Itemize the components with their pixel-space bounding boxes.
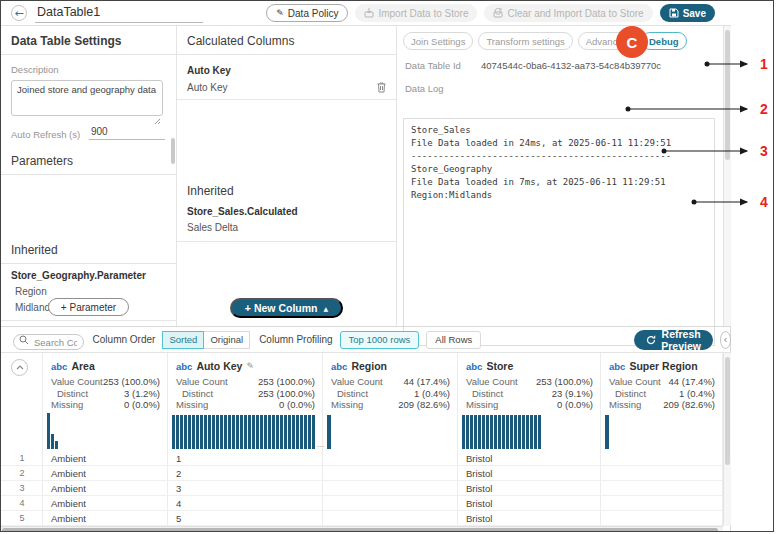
stat-row: Distinct23 (9.1%) [458,388,601,400]
column-type-label: abc [176,361,192,372]
back-button[interactable]: ← [11,5,27,21]
column-header-area[interactable]: abcAreaValue Count253 (100.0%)Distinct3 … [43,353,168,411]
description-label: Description [1,55,176,78]
collapse-stats-button[interactable] [11,359,28,376]
table-cell: 4 [168,498,323,509]
table-row[interactable]: 3Ambient3Bristol [1,481,723,496]
tab-transform-settings[interactable]: Transform settings [478,32,572,50]
preview-toolbar: Column Order Sorted Original Column Prof… [1,327,731,353]
refresh-icon [646,335,656,345]
all-rows-toggle[interactable]: All Rows [426,331,481,349]
column-header-super-region[interactable]: abcSuper RegionValue Count44 (17.4%)Dist… [601,353,723,411]
table-cell: 5 [168,513,323,524]
table-row[interactable]: 5Ambient5Bristol [1,511,723,526]
gutter-header [1,353,43,451]
table-cell: Bristol [458,453,601,464]
left-panel-scrollbar[interactable] [171,138,175,164]
data-log-label: Data Log [397,71,723,97]
data-policy-label: Data Policy [288,8,339,19]
stat-row: Value Count44 (17.4%) [323,376,458,388]
stat-row: Missing0 (0.0%) [43,399,168,411]
stat-row: Value Count253 (100.0%) [458,376,601,388]
table-cell: Bristol [458,468,601,479]
inherited-group-mid: Store_Sales.Calculated [177,204,396,219]
panels-scrollbar[interactable] [723,26,731,326]
pencil-icon: ✎ [276,8,284,18]
column-type-label: abc [331,361,347,372]
original-toggle[interactable]: Original [204,331,250,349]
save-button[interactable]: Save [660,4,715,22]
preview-grid: abcAreaValue Count253 (100.0%)Distinct3 … [1,353,723,526]
data-log-box[interactable]: Store_Sales File Data loaded in 24ms, at… [403,118,715,346]
table-cell: 2 [168,468,323,479]
chevron-up-icon: ▲ [324,305,329,312]
divider [177,241,396,242]
table-cell: Ambient [43,513,168,524]
auto-refresh-input[interactable] [89,126,165,140]
search-columns-wrap [13,332,84,348]
search-icon [19,335,29,345]
trash-icon[interactable] [377,82,386,93]
column-name: Region [351,360,387,372]
inherited-header-left: Inherited [1,237,176,264]
calc-group-label: Auto Key [177,55,396,78]
clear-import-icon [493,8,503,18]
calc-item-row[interactable]: Auto Key [177,78,396,99]
new-column-button[interactable]: + New Column ▲ [230,298,343,318]
inherited-group-left: Store_Geography.Parameter [1,264,176,283]
table-cell: Ambient [43,483,168,494]
data-table-settings-panel: Data Table Settings Description Joined s… [1,26,176,326]
column-name: Auto Key [196,360,242,372]
table-row[interactable]: 2Ambient2Bristol [1,466,723,481]
table-row[interactable]: 4Ambient4Bristol [1,496,723,511]
panels-area: Data Table Settings Description Joined s… [1,26,731,326]
clear-import-label: Clear and Import Data to Store [507,8,643,19]
inherited-item-sales-delta[interactable]: Sales Delta [177,219,396,235]
import-icon [364,8,374,18]
clear-import-button[interactable]: Clear and Import Data to Store [484,4,652,22]
refresh-preview-button[interactable]: Refresh Preview [634,330,713,350]
horizontal-scrollbar[interactable] [1,526,723,532]
table-cell: Bristol [458,483,601,494]
description-input[interactable]: Joined store and geography data [11,80,163,116]
pencil-icon: ✎ [246,361,254,371]
collapse-preview-button[interactable]: ‹ [720,331,731,349]
import-data-button[interactable]: Import Data to Store [355,4,477,22]
column-name: Store [486,360,513,372]
stat-row: Missing0 (0.0%) [458,399,601,411]
column-histogram-auto-key: ... [168,411,323,451]
table-cell: 1 [168,453,323,464]
data-table-id-value: 4074544c-0ba6-4132-aa73-54c84b39770c [481,60,661,71]
data-policy-button[interactable]: ✎ Data Policy [266,4,348,22]
sorted-toggle[interactable]: Sorted [162,331,204,349]
stat-row: Value Count44 (17.4%) [601,376,723,388]
inherited-header-mid: Inherited [177,178,396,204]
table-title-field[interactable]: DataTable1 [35,3,203,23]
annotation-number-3: 3 [760,143,768,159]
calculated-columns-panel: Calculated Columns Auto Key Auto Key Inh… [176,26,396,326]
column-header-store[interactable]: abcStoreValue Count253 (100.0%)Distinct2… [458,353,601,411]
column-name: Super Region [629,360,697,372]
stat-row: Distinct3 (1.2%) [43,388,168,400]
table-row[interactable]: 1Ambient1Bristol [1,451,723,466]
tab-join-settings[interactable]: Join Settings [403,32,473,50]
annotation-number-2: 2 [760,101,768,117]
refresh-preview-label: Refresh Preview [661,328,701,352]
table-cell: Ambient [43,468,168,479]
preview-section: Column Order Sorted Original Column Prof… [1,326,731,532]
parameters-header: Parameters [1,148,176,175]
screenshot-root: ← DataTable1 ✎ Data Policy Import Data t… [0,0,774,532]
top-1000-rows-toggle[interactable]: Top 1000 rows [340,331,420,349]
preview-vertical-scrollbar[interactable] [723,353,731,526]
add-parameter-button[interactable]: + Parameter [48,298,129,316]
divider [1,320,176,321]
annotation-number-4: 4 [760,194,768,210]
column-histogram-region [323,411,458,451]
save-icon [669,8,679,18]
row-number: 5 [1,513,43,523]
column-histogram-area [43,411,168,451]
column-header-auto-key[interactable]: abcAuto Key✎Value Count253 (100.0%)Disti… [168,353,323,411]
column-profiling-label: Column Profiling [259,334,332,345]
column-header-region[interactable]: abcRegionValue Count44 (17.4%)Distinct1 … [323,353,458,411]
table-cell: Ambient [43,453,168,464]
